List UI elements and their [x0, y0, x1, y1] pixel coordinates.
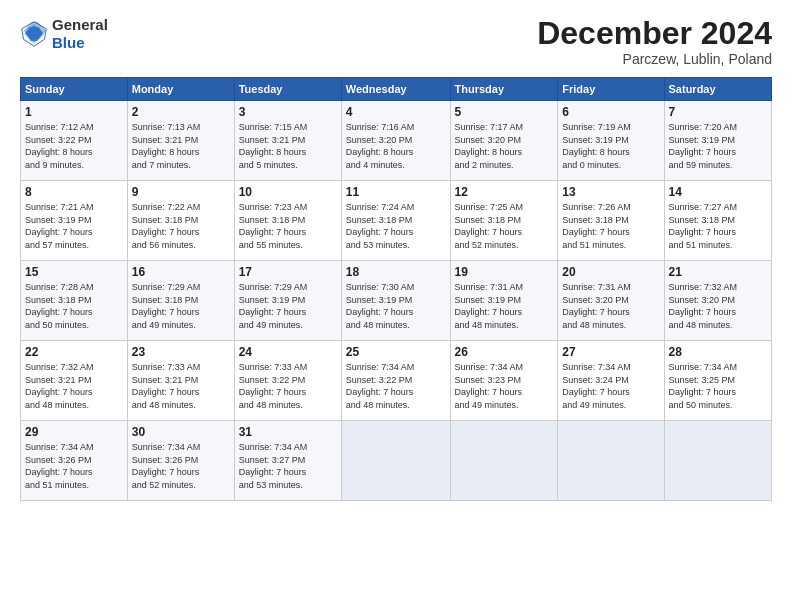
- table-row: 24Sunrise: 7:33 AM Sunset: 3:22 PM Dayli…: [234, 341, 341, 421]
- day-detail: Sunrise: 7:27 AM Sunset: 3:18 PM Dayligh…: [669, 201, 767, 251]
- day-detail: Sunrise: 7:34 AM Sunset: 3:26 PM Dayligh…: [25, 441, 123, 491]
- day-number: 20: [562, 265, 659, 279]
- day-number: 4: [346, 105, 446, 119]
- table-row: 28Sunrise: 7:34 AM Sunset: 3:25 PM Dayli…: [664, 341, 771, 421]
- day-detail: Sunrise: 7:31 AM Sunset: 3:20 PM Dayligh…: [562, 281, 659, 331]
- day-number: 15: [25, 265, 123, 279]
- table-row: 23Sunrise: 7:33 AM Sunset: 3:21 PM Dayli…: [127, 341, 234, 421]
- day-detail: Sunrise: 7:16 AM Sunset: 3:20 PM Dayligh…: [346, 121, 446, 171]
- day-number: 5: [455, 105, 554, 119]
- day-detail: Sunrise: 7:34 AM Sunset: 3:22 PM Dayligh…: [346, 361, 446, 411]
- logo: General Blue: [20, 16, 108, 52]
- table-row: 13Sunrise: 7:26 AM Sunset: 3:18 PM Dayli…: [558, 181, 664, 261]
- table-row: 21Sunrise: 7:32 AM Sunset: 3:20 PM Dayli…: [664, 261, 771, 341]
- table-row: [341, 421, 450, 501]
- logo-icon: [20, 20, 48, 48]
- day-detail: Sunrise: 7:33 AM Sunset: 3:21 PM Dayligh…: [132, 361, 230, 411]
- day-number: 22: [25, 345, 123, 359]
- day-detail: Sunrise: 7:28 AM Sunset: 3:18 PM Dayligh…: [25, 281, 123, 331]
- table-row: 30Sunrise: 7:34 AM Sunset: 3:26 PM Dayli…: [127, 421, 234, 501]
- table-row: 10Sunrise: 7:23 AM Sunset: 3:18 PM Dayli…: [234, 181, 341, 261]
- day-detail: Sunrise: 7:20 AM Sunset: 3:19 PM Dayligh…: [669, 121, 767, 171]
- day-detail: Sunrise: 7:24 AM Sunset: 3:18 PM Dayligh…: [346, 201, 446, 251]
- table-row: 26Sunrise: 7:34 AM Sunset: 3:23 PM Dayli…: [450, 341, 558, 421]
- day-number: 31: [239, 425, 337, 439]
- col-wednesday: Wednesday: [341, 78, 450, 101]
- day-number: 26: [455, 345, 554, 359]
- day-number: 28: [669, 345, 767, 359]
- table-row: 15Sunrise: 7:28 AM Sunset: 3:18 PM Dayli…: [21, 261, 128, 341]
- table-row: 9Sunrise: 7:22 AM Sunset: 3:18 PM Daylig…: [127, 181, 234, 261]
- day-number: 29: [25, 425, 123, 439]
- day-number: 3: [239, 105, 337, 119]
- day-number: 30: [132, 425, 230, 439]
- logo-text: General Blue: [52, 16, 108, 52]
- day-detail: Sunrise: 7:23 AM Sunset: 3:18 PM Dayligh…: [239, 201, 337, 251]
- table-row: 19Sunrise: 7:31 AM Sunset: 3:19 PM Dayli…: [450, 261, 558, 341]
- day-detail: Sunrise: 7:26 AM Sunset: 3:18 PM Dayligh…: [562, 201, 659, 251]
- day-detail: Sunrise: 7:34 AM Sunset: 3:25 PM Dayligh…: [669, 361, 767, 411]
- table-row: 5Sunrise: 7:17 AM Sunset: 3:20 PM Daylig…: [450, 101, 558, 181]
- calendar-week-row: 15Sunrise: 7:28 AM Sunset: 3:18 PM Dayli…: [21, 261, 772, 341]
- day-detail: Sunrise: 7:29 AM Sunset: 3:18 PM Dayligh…: [132, 281, 230, 331]
- table-row: 22Sunrise: 7:32 AM Sunset: 3:21 PM Dayli…: [21, 341, 128, 421]
- table-row: 12Sunrise: 7:25 AM Sunset: 3:18 PM Dayli…: [450, 181, 558, 261]
- day-detail: Sunrise: 7:21 AM Sunset: 3:19 PM Dayligh…: [25, 201, 123, 251]
- day-detail: Sunrise: 7:15 AM Sunset: 3:21 PM Dayligh…: [239, 121, 337, 171]
- calendar-header-row: Sunday Monday Tuesday Wednesday Thursday…: [21, 78, 772, 101]
- day-detail: Sunrise: 7:34 AM Sunset: 3:23 PM Dayligh…: [455, 361, 554, 411]
- day-detail: Sunrise: 7:22 AM Sunset: 3:18 PM Dayligh…: [132, 201, 230, 251]
- day-number: 6: [562, 105, 659, 119]
- location: Parczew, Lublin, Poland: [537, 51, 772, 67]
- table-row: 2Sunrise: 7:13 AM Sunset: 3:21 PM Daylig…: [127, 101, 234, 181]
- calendar-table: Sunday Monday Tuesday Wednesday Thursday…: [20, 77, 772, 501]
- day-number: 24: [239, 345, 337, 359]
- table-row: [450, 421, 558, 501]
- day-number: 13: [562, 185, 659, 199]
- day-detail: Sunrise: 7:30 AM Sunset: 3:19 PM Dayligh…: [346, 281, 446, 331]
- day-number: 17: [239, 265, 337, 279]
- day-detail: Sunrise: 7:17 AM Sunset: 3:20 PM Dayligh…: [455, 121, 554, 171]
- table-row: 20Sunrise: 7:31 AM Sunset: 3:20 PM Dayli…: [558, 261, 664, 341]
- table-row: 31Sunrise: 7:34 AM Sunset: 3:27 PM Dayli…: [234, 421, 341, 501]
- day-detail: Sunrise: 7:13 AM Sunset: 3:21 PM Dayligh…: [132, 121, 230, 171]
- table-row: 4Sunrise: 7:16 AM Sunset: 3:20 PM Daylig…: [341, 101, 450, 181]
- day-number: 1: [25, 105, 123, 119]
- col-thursday: Thursday: [450, 78, 558, 101]
- day-number: 9: [132, 185, 230, 199]
- table-row: 7Sunrise: 7:20 AM Sunset: 3:19 PM Daylig…: [664, 101, 771, 181]
- day-number: 12: [455, 185, 554, 199]
- day-number: 14: [669, 185, 767, 199]
- col-saturday: Saturday: [664, 78, 771, 101]
- day-number: 19: [455, 265, 554, 279]
- table-row: 1Sunrise: 7:12 AM Sunset: 3:22 PM Daylig…: [21, 101, 128, 181]
- calendar-week-row: 1Sunrise: 7:12 AM Sunset: 3:22 PM Daylig…: [21, 101, 772, 181]
- table-row: 6Sunrise: 7:19 AM Sunset: 3:19 PM Daylig…: [558, 101, 664, 181]
- calendar-week-row: 22Sunrise: 7:32 AM Sunset: 3:21 PM Dayli…: [21, 341, 772, 421]
- table-row: 17Sunrise: 7:29 AM Sunset: 3:19 PM Dayli…: [234, 261, 341, 341]
- calendar-week-row: 29Sunrise: 7:34 AM Sunset: 3:26 PM Dayli…: [21, 421, 772, 501]
- day-number: 16: [132, 265, 230, 279]
- day-detail: Sunrise: 7:34 AM Sunset: 3:24 PM Dayligh…: [562, 361, 659, 411]
- day-detail: Sunrise: 7:31 AM Sunset: 3:19 PM Dayligh…: [455, 281, 554, 331]
- header: General Blue December 2024 Parczew, Lubl…: [20, 16, 772, 67]
- day-number: 27: [562, 345, 659, 359]
- day-number: 10: [239, 185, 337, 199]
- table-row: 16Sunrise: 7:29 AM Sunset: 3:18 PM Dayli…: [127, 261, 234, 341]
- day-number: 25: [346, 345, 446, 359]
- month-title: December 2024: [537, 16, 772, 51]
- day-detail: Sunrise: 7:32 AM Sunset: 3:21 PM Dayligh…: [25, 361, 123, 411]
- table-row: 8Sunrise: 7:21 AM Sunset: 3:19 PM Daylig…: [21, 181, 128, 261]
- calendar-week-row: 8Sunrise: 7:21 AM Sunset: 3:19 PM Daylig…: [21, 181, 772, 261]
- day-number: 18: [346, 265, 446, 279]
- day-detail: Sunrise: 7:33 AM Sunset: 3:22 PM Dayligh…: [239, 361, 337, 411]
- table-row: 18Sunrise: 7:30 AM Sunset: 3:19 PM Dayli…: [341, 261, 450, 341]
- day-number: 11: [346, 185, 446, 199]
- col-tuesday: Tuesday: [234, 78, 341, 101]
- day-detail: Sunrise: 7:34 AM Sunset: 3:27 PM Dayligh…: [239, 441, 337, 491]
- day-number: 7: [669, 105, 767, 119]
- page: General Blue December 2024 Parczew, Lubl…: [0, 0, 792, 612]
- day-number: 23: [132, 345, 230, 359]
- table-row: 29Sunrise: 7:34 AM Sunset: 3:26 PM Dayli…: [21, 421, 128, 501]
- table-row: 11Sunrise: 7:24 AM Sunset: 3:18 PM Dayli…: [341, 181, 450, 261]
